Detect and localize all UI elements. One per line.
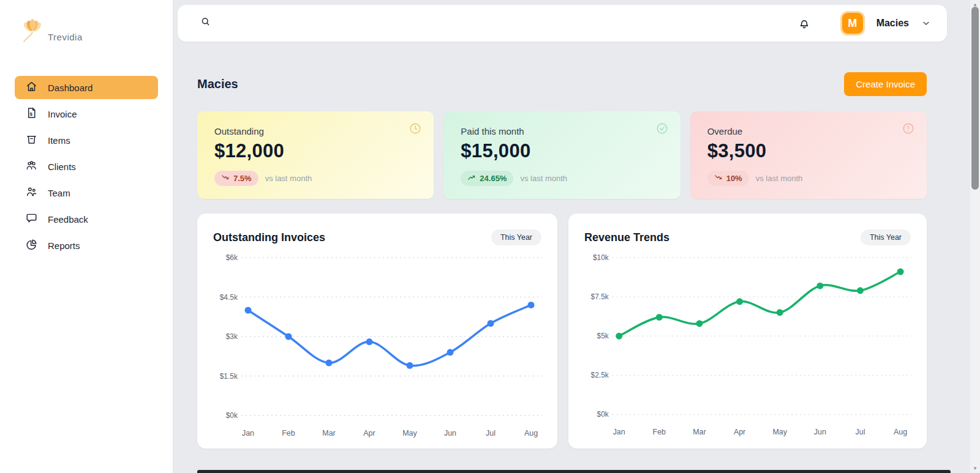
svg-text:Feb: Feb <box>282 429 295 438</box>
svg-text:$6k: $6k <box>226 253 238 262</box>
sidebar-item-label: Dashboard <box>48 83 92 93</box>
user-name: Macies <box>876 18 909 29</box>
svg-text:Mar: Mar <box>693 428 706 436</box>
bell-icon[interactable] <box>797 17 811 30</box>
svg-text:Aug: Aug <box>524 429 538 438</box>
sidebar-item-label: Feedback <box>48 214 88 225</box>
sidebar-item-label: Reports <box>48 240 80 251</box>
revenue-trends-line-chart: $0k$2.5k$5k$7.5k$10kJanFebMarAprMayJunJu… <box>583 249 912 439</box>
invoice-icon: $ <box>25 106 38 121</box>
svg-text:$0k: $0k <box>597 410 609 419</box>
stat-value: $12,000 <box>214 140 417 162</box>
svg-text:Jul: Jul <box>856 428 865 436</box>
sidebar-item-label: Invoice <box>48 109 77 119</box>
trend-badge: 7.5% <box>214 171 258 186</box>
trend-value: 10% <box>726 174 742 183</box>
team-icon <box>25 185 38 200</box>
trend-badge: 24.65% <box>461 171 513 186</box>
compare-label: vs last month <box>756 174 803 183</box>
next-section-peek <box>197 470 951 473</box>
avatar[interactable]: M <box>840 11 865 35</box>
trend-value: 24.65% <box>480 174 507 183</box>
sidebar-item-dashboard[interactable]: Dashboard <box>15 76 158 99</box>
check-circle-icon <box>655 122 669 138</box>
stat-foot: 7.5% vs last month <box>214 171 417 186</box>
top-bar-right: M Macies <box>797 11 931 35</box>
stat-label: Paid this month <box>461 126 663 136</box>
logo-wordmark: Trevidia <box>48 32 83 42</box>
svg-text:Feb: Feb <box>653 428 666 436</box>
sidebar: Trevidia Dashboard $ Invoice <box>0 0 173 473</box>
trend-badge: 10% <box>707 171 749 186</box>
clients-icon <box>25 159 38 174</box>
sidebar-item-invoice[interactable]: $ Invoice <box>15 102 158 125</box>
sidebar-menu: Dashboard $ Invoice Items <box>15 76 158 257</box>
sidebar-item-clients[interactable]: Clients <box>15 155 158 178</box>
svg-text:May: May <box>772 428 787 436</box>
alert-circle-icon <box>902 122 915 138</box>
stat-cards-row: Outstanding $12,000 7.5% vs last month <box>197 111 927 199</box>
svg-text:$7.5k: $7.5k <box>591 292 609 301</box>
avatar-initial: M <box>848 17 857 30</box>
stat-foot: 10% vs last month <box>707 171 910 186</box>
page-scrollbar[interactable]: ▲ ▼ <box>970 0 980 473</box>
outstanding-invoices-line-chart: $0k$1.5k$3k$4.5k$6kJanFebMarAprMayJunJul… <box>212 249 543 440</box>
chevron-down-icon[interactable] <box>921 18 931 28</box>
search-input[interactable] <box>219 18 797 29</box>
sidebar-item-team[interactable]: Team <box>15 181 158 204</box>
sidebar-item-reports[interactable]: Reports <box>15 234 158 257</box>
sidebar-item-feedback[interactable]: Feedback <box>15 207 158 231</box>
revenue-trends-chart-card: Revenue Trends This Year $0k$2.5k$5k$7.5… <box>568 214 927 449</box>
sidebar-item-label: Clients <box>48 162 76 172</box>
sidebar-item-label: Team <box>48 188 70 198</box>
svg-text:Apr: Apr <box>363 429 375 438</box>
svg-text:$10k: $10k <box>593 253 609 262</box>
svg-text:Jul: Jul <box>486 429 496 438</box>
reports-icon <box>25 238 38 253</box>
this-year-filter[interactable]: This Year <box>861 229 911 245</box>
compare-label: vs last month <box>265 174 312 183</box>
svg-text:$2.5k: $2.5k <box>591 371 609 379</box>
trending-down-icon <box>714 173 723 184</box>
stat-card-paid-this-month: Paid this month $15,000 24.65% vs last m… <box>443 111 680 199</box>
this-year-filter[interactable]: This Year <box>491 229 541 245</box>
charts-row: Outstanding Invoices This Year $0k$1.5k$… <box>197 214 927 449</box>
search-bar[interactable] <box>200 16 797 31</box>
app-logo: Trevidia <box>18 17 173 48</box>
home-icon <box>25 80 38 95</box>
stat-label: Overdue <box>707 126 910 136</box>
compare-label: vs last month <box>520 174 567 183</box>
svg-text:Apr: Apr <box>734 428 745 436</box>
stat-card-outstanding: Outstanding $12,000 7.5% vs last month <box>197 111 434 199</box>
search-icon <box>200 16 212 31</box>
svg-text:$0k: $0k <box>226 411 238 420</box>
chart-title: Outstanding Invoices <box>213 231 325 244</box>
stat-value: $15,000 <box>461 140 663 162</box>
stat-foot: 24.65% vs last month <box>461 171 663 186</box>
scroll-down-arrow-icon[interactable]: ▼ <box>970 466 980 471</box>
chart-head: Revenue Trends This Year <box>583 229 912 245</box>
items-icon <box>25 133 38 147</box>
chart-head: Outstanding Invoices This Year <box>212 229 543 245</box>
stat-value: $3,500 <box>707 140 910 162</box>
svg-text:$5k: $5k <box>597 332 609 340</box>
sidebar-item-items[interactable]: Items <box>15 128 158 152</box>
trending-up-icon <box>467 173 476 184</box>
lotus-flower-icon <box>18 17 47 48</box>
create-invoice-button[interactable]: Create Invoice <box>844 72 927 96</box>
feedback-icon <box>25 212 38 226</box>
sidebar-item-label: Items <box>48 135 70 146</box>
svg-text:$4.5k: $4.5k <box>220 293 238 302</box>
outstanding-invoices-chart-card: Outstanding Invoices This Year $0k$1.5k$… <box>197 214 557 449</box>
svg-text:Aug: Aug <box>894 428 907 436</box>
scrollbar-thumb[interactable] <box>971 7 979 190</box>
svg-text:Jun: Jun <box>814 428 826 436</box>
svg-text:$: $ <box>30 111 33 117</box>
clock-icon <box>409 122 422 138</box>
svg-text:Jan: Jan <box>613 428 625 436</box>
svg-text:$1.5k: $1.5k <box>220 372 238 381</box>
main-content: Macies Create Invoice Outstanding $12,00… <box>197 42 927 449</box>
trending-down-icon <box>221 173 230 184</box>
stat-label: Outstanding <box>214 126 417 136</box>
svg-text:$3k: $3k <box>226 332 238 341</box>
